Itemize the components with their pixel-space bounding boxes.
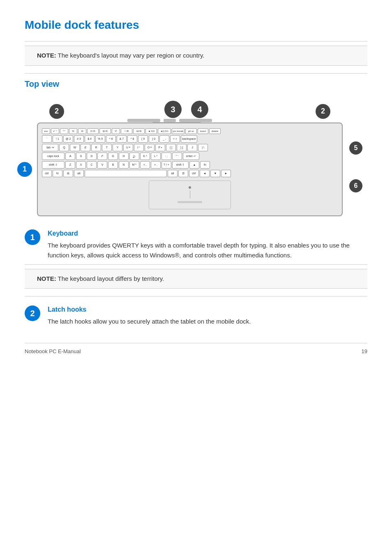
desc-content-latch-hooks: Latch hooks The latch hooks allow you to… <box>48 305 367 326</box>
key-f2: ⁰ ² <box>60 128 68 134</box>
desc-text-latch-hooks: The latch hooks allow you to securely at… <box>48 317 367 326</box>
key-8: * 8 <box>127 135 137 143</box>
keyboard-row-zxcv: shift ⇧ Z X C V B N M ⁰ < , > . ? / + sh… <box>42 161 338 169</box>
keyboard-row-bottom: ctrl fn ⊞ alt alt ☰ ctrl ◄ ▼ ► <box>42 170 338 177</box>
key-f5: ⊡ f5 <box>87 128 99 134</box>
key-3: # 3 <box>74 135 84 143</box>
key-a: A <box>65 153 75 160</box>
footer: Notebook PC E-Manual 19 <box>25 343 367 356</box>
key-shift-left: shift ⇧ <box>42 161 65 169</box>
key-4: $ 4 <box>85 135 95 143</box>
key-d: D <box>87 153 97 160</box>
key-semicolon: : ; <box>161 153 171 160</box>
touchpad-dot <box>189 186 191 189</box>
callout-6: 6 <box>349 179 362 192</box>
key-esc: esc <box>42 128 50 134</box>
key-period: > . <box>151 161 161 169</box>
desc-text-keyboard: The keyboard provides QWERTY keys with a… <box>48 241 367 260</box>
key-lbracket: { [ <box>166 144 176 151</box>
key-ctrl-right: ctrl <box>189 170 199 177</box>
desc-title-latch-hooks: Latch hooks <box>48 305 367 315</box>
key-space <box>85 170 167 177</box>
key-f7: f7 <box>112 128 120 134</box>
callout-3: 3 <box>164 101 182 118</box>
key-p: P • <box>155 144 165 151</box>
key-alt-right: alt <box>168 170 178 177</box>
key-f4: f4 <box>78 128 86 134</box>
keyboard-diagram-wrapper: 2 3 4 2 1 5 <box>25 96 367 220</box>
touchpad <box>149 180 231 209</box>
desc-content-keyboard: Keyboard The keyboard provides QWERTY ke… <box>48 229 367 260</box>
note-box-top: NOTE: The keyboard's layout may vary per… <box>25 46 367 66</box>
key-right: ► <box>221 170 231 177</box>
key-y: Y <box>113 144 122 151</box>
key-j2: J ↓ <box>129 153 139 160</box>
key-enter: enter ↵ <box>183 153 199 160</box>
key-e: E <box>81 144 90 151</box>
key-f11: ◄)) f11 <box>158 128 171 134</box>
key-ctrl-left: ctrl <box>42 170 52 177</box>
key-f10: ◄ f10 <box>145 128 157 134</box>
key-9: ( 9 <box>138 135 148 143</box>
key-b: B <box>108 161 118 169</box>
key-backtick: ` <box>42 135 52 143</box>
footer-page: 19 <box>362 347 367 356</box>
key-f8: □ f8 <box>121 128 132 134</box>
key-backspace: backspace <box>181 135 197 143</box>
desc-circle-2: 2 <box>25 305 40 321</box>
page-title: Mobile dock features <box>25 16 367 34</box>
key-j: J <box>187 144 197 151</box>
keyboard-body: 1 5 6 esc z⁺ ¹ ⁰ ² f3 f4 ⊡ f5 ⊞ f6 f7 □ … <box>37 123 343 216</box>
key-v: V <box>97 161 107 169</box>
note-label-2: NOTE: <box>37 275 56 282</box>
footer-text: Notebook PC E-Manual <box>25 347 81 356</box>
key-g: G <box>108 153 118 160</box>
callout-5: 5 <box>349 141 362 155</box>
key-m: M ⁰ <box>129 161 139 169</box>
note-label-top: NOTE: <box>37 52 56 59</box>
key-l: L ³ <box>151 153 161 160</box>
key-minus: _ - <box>159 135 169 143</box>
desc-circle-1: 1 <box>25 229 40 245</box>
description-keyboard: 1 Keyboard The keyboard provides QWERTY … <box>25 229 367 260</box>
key-0: ) 0 <box>149 135 159 143</box>
key-f12: prv break <box>172 128 184 134</box>
callout-4: 4 <box>191 101 208 118</box>
key-shift-right: shift ⇧ <box>172 161 189 169</box>
note-text-top: The keyboard's layout may vary per regio… <box>58 52 205 59</box>
callout-2-left: 2 <box>49 104 64 119</box>
key-1: ! 1 <box>53 135 62 143</box>
key-delete: delete <box>209 128 221 134</box>
key-s: S <box>76 153 86 160</box>
key-o: O ⁴ <box>145 144 154 151</box>
key-q: Q <box>59 144 69 151</box>
key-z: Z <box>65 161 75 169</box>
touchpad-line <box>190 190 190 199</box>
key-insert: insert <box>198 128 208 134</box>
key-comma: < , <box>140 161 150 169</box>
key-menu: ☰ <box>178 170 188 177</box>
key-w: W <box>70 144 80 151</box>
key-7: & 7 <box>117 135 127 143</box>
key-fn2: fn <box>200 161 210 169</box>
key-f6: ⊞ f6 <box>99 128 111 134</box>
key-k: K ² <box>140 153 150 160</box>
key-equals: + = <box>170 135 180 143</box>
key-n: N <box>119 161 129 169</box>
key-tab: tab ⇥ <box>42 144 58 151</box>
desc-title-keyboard: Keyboard <box>48 229 367 238</box>
key-slash: ? / + <box>161 161 171 169</box>
key-h: H <box>119 153 129 160</box>
key-t: T <box>102 144 112 151</box>
keyboard-row-asdf: caps lock A S D F G H J ↓ K ² L ³ : ; " … <box>42 153 338 160</box>
note-text-2: The keyboard layout differs by territory… <box>58 275 164 282</box>
key-6: ^ 6 <box>106 135 116 143</box>
description-latch-hooks: 2 Latch hooks The latch hooks allow you … <box>25 305 367 326</box>
key-f: F <box>97 153 107 160</box>
key-c: C <box>87 161 97 169</box>
key-win: ⊞ <box>63 170 73 177</box>
touchpad-bar <box>178 201 202 203</box>
keyboard-row-numbers: ` ! 1 @ 2 # 3 $ 4 % 5 ^ 6 & 7 * 8 ( 9 ) … <box>42 135 338 143</box>
key-i: I ˢ <box>134 144 144 151</box>
section-title-top-view: Top view <box>25 78 367 90</box>
